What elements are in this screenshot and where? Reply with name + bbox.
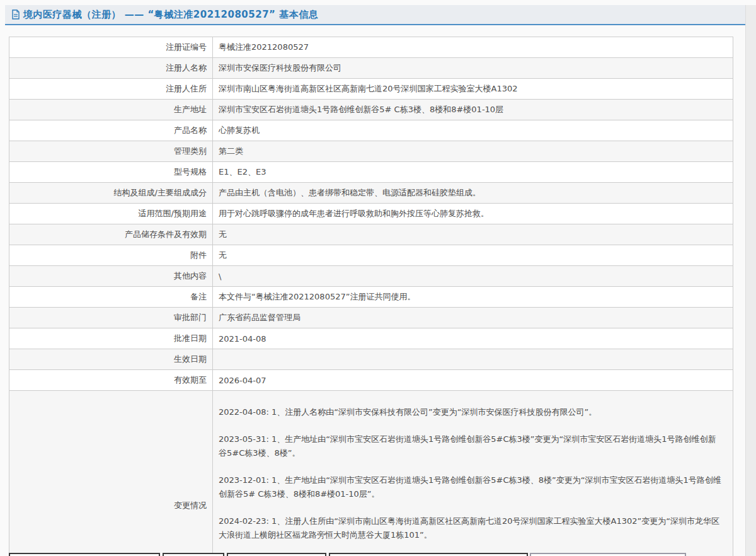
field-value: 广东省药品监督管理局 <box>213 308 733 328</box>
table-row: 生效日期 <box>9 349 733 370</box>
table-row: 其他内容\ <box>9 266 733 287</box>
table-row: 附件无 <box>9 245 733 266</box>
field-value: 第二类 <box>213 141 733 162</box>
field-value: 本文件与“粤械注准20212080527”注册证共同使用。 <box>213 287 733 308</box>
next-table-cell-edge <box>329 553 528 556</box>
field-value: 2022-04-08: 1、注册人名称由“深圳市安保科技有限公司”变更为“深圳市… <box>213 391 733 556</box>
field-label-text: 其他内容 <box>174 271 207 281</box>
field-value: 深圳市南山区粤海街道高新区社区高新南七道20号深圳国家工程实验室大楼A1302 <box>213 79 733 100</box>
field-label-text: 适用范围/预期用途 <box>139 209 207 218</box>
field-label-text: 生产地址 <box>174 105 207 114</box>
field-value: 2021-04-08 <box>213 328 733 349</box>
next-table-cell-edge <box>9 553 160 556</box>
field-label-text: 注册人名称 <box>166 63 207 72</box>
field-label-text: 批准日期 <box>174 333 207 343</box>
field-value: 深圳市安保医疗科技股份有限公司 <box>213 58 733 79</box>
table-row: 型号规格E1、E2、E3 <box>9 162 733 183</box>
field-label-text: 产品储存条件及有效期 <box>125 229 207 239</box>
table-row: 产品储存条件及有效期无 <box>9 224 733 245</box>
field-value: 无 <box>213 245 733 266</box>
field-label-text: 注册人住所 <box>166 84 207 93</box>
field-label: 其他内容 <box>9 266 213 287</box>
field-label: 变更情况 <box>9 391 213 556</box>
field-value <box>213 349 733 370</box>
field-label-text: 管理类别 <box>174 146 207 156</box>
table-row: 适用范围/预期用途用于对心跳呼吸骤停的成年患者进行呼吸救助和胸外按压等心肺复苏抢… <box>9 204 733 224</box>
field-value: 心肺复苏机 <box>213 120 733 141</box>
table-row: 生产地址深圳市宝安区石岩街道塘头1号路创维创新谷5# C栋3楼、8楼和8#楼01… <box>9 100 733 120</box>
field-label-text: 附件 <box>190 250 207 260</box>
table-row: 管理类别第二类 <box>9 141 733 162</box>
field-label: 附件 <box>9 245 213 266</box>
field-label-text: 型号规格 <box>174 167 207 177</box>
table-row: 产品名称心肺复苏机 <box>9 120 733 141</box>
change-record: 2024-02-23: 1、注册人住所由“深圳市南山区粤海街道高新区社区高新南七… <box>219 514 721 542</box>
table-row: 有效期至2026-04-07 <box>9 370 733 391</box>
field-label: 备注 <box>9 287 213 308</box>
document-icon <box>11 9 20 20</box>
field-value: 深圳市宝安区石岩街道塘头1号路创维创新谷5# C栋3楼、8楼和8#楼01-10层 <box>213 100 733 120</box>
field-label: 注册人住所 <box>9 79 213 100</box>
field-value: 无 <box>213 224 733 245</box>
registration-info-table: 注册证编号粤械注准20212080527注册人名称深圳市安保医疗科技股份有限公司… <box>9 37 733 556</box>
field-label-text: 备注 <box>190 292 207 301</box>
table-row: 批准日期2021-04-08 <box>9 328 733 349</box>
field-label: 批准日期 <box>9 328 213 349</box>
table-row: 备注本文件与“粤械注准20212080527”注册证共同使用。 <box>9 287 733 308</box>
field-label-text: 变更情况 <box>174 501 207 510</box>
next-table-cell-edge <box>163 553 224 556</box>
field-value: E1、E2、E3 <box>213 162 733 183</box>
table-row: 注册人名称深圳市安保医疗科技股份有限公司 <box>9 58 733 79</box>
table-row: 注册证编号粤械注准20212080527 <box>9 37 733 58</box>
field-label: 型号规格 <box>9 162 213 183</box>
field-label-text: 注册证编号 <box>166 42 207 52</box>
change-record: 2023-12-01: 1、生产地址由“深圳市宝安区石岩街道塘头1号路创维创新谷… <box>219 473 721 501</box>
field-value: 粤械注准20212080527 <box>213 37 733 58</box>
field-label: 审批部门 <box>9 308 213 328</box>
table-row: 注册人住所深圳市南山区粤海街道高新区社区高新南七道20号深圳国家工程实验室大楼A… <box>9 79 733 100</box>
field-label-text: 生效日期 <box>174 354 207 364</box>
field-label-text: 有效期至 <box>174 375 207 385</box>
next-table-cell-edge <box>227 553 326 556</box>
table-row: 结构及组成/主要组成成分产品由主机（含电池）、患者绑带和稳定带、电源适配器和硅胶… <box>9 183 733 204</box>
field-label: 注册人名称 <box>9 58 213 79</box>
field-value: 用于对心跳呼吸骤停的成年患者进行呼吸救助和胸外按压等心肺复苏抢救。 <box>213 204 733 224</box>
next-table-edge <box>0 553 756 556</box>
change-record: 2022-04-08: 1、注册人名称由“深圳市安保科技有限公司”变更为“深圳市… <box>219 405 721 419</box>
field-label: 有效期至 <box>9 370 213 391</box>
field-label: 管理类别 <box>9 141 213 162</box>
field-label-text: 审批部门 <box>174 313 207 322</box>
change-record: 2023-05-31: 1、生产地址由“深圳市宝安区石岩街道塘头1号路创维创新谷… <box>219 432 721 460</box>
field-label-text: 产品名称 <box>174 125 207 135</box>
field-label: 适用范围/预期用途 <box>9 204 213 224</box>
field-label: 结构及组成/主要组成成分 <box>9 183 213 204</box>
scrollbar-track[interactable] <box>745 5 756 556</box>
field-label: 生效日期 <box>9 349 213 370</box>
page-title: 境内医疗器械（注册） —— “粤械注准20212080527” 基本信息 <box>23 9 318 21</box>
field-label-text: 结构及组成/主要组成成分 <box>114 188 207 197</box>
field-label: 产品储存条件及有效期 <box>9 224 213 245</box>
field-label: 产品名称 <box>9 120 213 141</box>
field-value: \ <box>213 266 733 287</box>
field-value: 2026-04-07 <box>213 370 733 391</box>
page-header: 境内医疗器械（注册） —— “粤械注准20212080527” 基本信息 <box>5 5 746 25</box>
table-row: 审批部门广东省药品监督管理局 <box>9 308 733 328</box>
field-value: 产品由主机（含电池）、患者绑带和稳定带、电源适配器和硅胶垫组成。 <box>213 183 733 204</box>
next-table-cell-edge <box>530 553 686 556</box>
field-label: 注册证编号 <box>9 37 213 58</box>
table-row: 变更情况2022-04-08: 1、注册人名称由“深圳市安保科技有限公司”变更为… <box>9 391 733 556</box>
field-label: 生产地址 <box>9 100 213 120</box>
